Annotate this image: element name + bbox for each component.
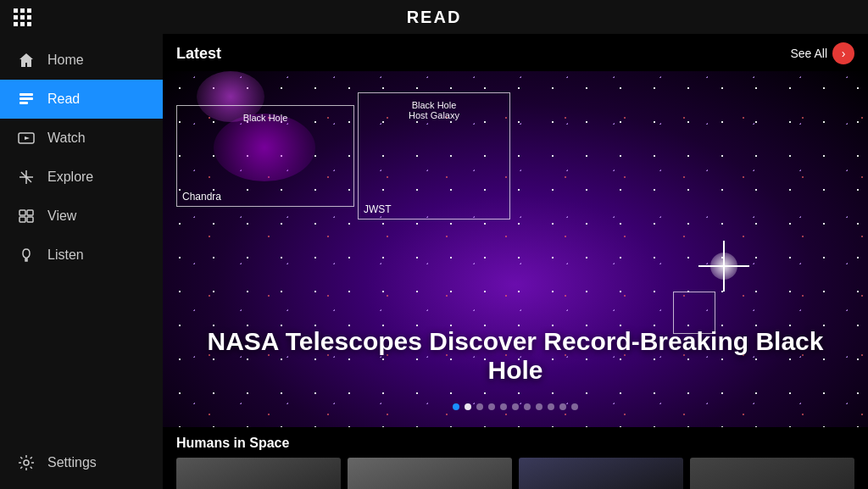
sidebar-label-watch: Watch [47,131,86,146]
svg-rect-12 [27,217,33,222]
sidebar-label-listen: Listen [47,247,84,263]
thumbnail-1[interactable] [176,458,341,489]
svg-rect-1 [19,97,33,100]
read-icon [17,90,36,108]
annotation-chandra: Black Hole Chandra [176,105,354,207]
thumbnail-4[interactable] [690,458,854,489]
latest-title: Latest [176,45,221,63]
sidebar-label-view: View [47,208,76,224]
dot-11[interactable] [571,403,578,410]
dot-6[interactable] [512,403,519,410]
svg-rect-11 [19,217,25,222]
bright-star [698,241,749,292]
sidebar-label-read: Read [47,92,80,107]
listen-icon [17,246,36,264]
dot-7[interactable] [524,403,531,410]
sidebar-item-watch[interactable]: Watch [0,119,163,158]
see-all-button[interactable]: See All › [790,42,854,64]
thumbnails-row [176,458,854,489]
dot-10[interactable] [559,403,566,410]
annotation-jwst-label: JWST [364,203,392,215]
svg-rect-9 [19,210,25,215]
svg-rect-0 [19,93,33,96]
dot-4[interactable] [488,403,495,410]
dot-8[interactable] [536,403,542,410]
see-all-label: See All [790,47,827,60]
sidebar-label-settings: Settings [47,455,97,470]
sidebar-item-explore[interactable]: Explore [0,158,163,197]
dot-5[interactable] [500,403,507,410]
svg-rect-2 [19,102,28,104]
sidebar-item-listen[interactable]: Listen [0,236,163,275]
svg-point-14 [24,460,29,465]
sidebar-item-settings[interactable]: Settings [0,443,163,482]
header: READ [0,0,868,34]
dots-container [163,403,868,410]
explore-icon [17,168,36,186]
annotation-chandra-label: Chandra [182,191,221,203]
dot-3[interactable] [476,403,483,410]
latest-section-header: Latest See All › [163,34,868,71]
main-layout: Home Read Watch [0,34,868,489]
thumbnail-3[interactable] [519,458,683,489]
annotation-jwst: Black Hole Host Galaxy JWST [358,92,510,219]
hero-container[interactable]: Black Hole Chandra Black Hole Host Galax… [163,71,868,427]
see-all-arrow-icon: › [832,42,854,64]
home-icon [17,51,36,69]
dot-2[interactable] [465,403,471,410]
thumbnail-2[interactable] [348,458,512,489]
watch-icon [17,129,36,147]
sidebar: Home Read Watch [0,34,163,489]
hero-title: NASA Telescopes Discover Record-Breaking… [163,327,868,385]
humans-section-title: Humans in Space [176,436,854,451]
svg-marker-4 [25,136,30,140]
content-area: Latest See All › Black Hole Chandra Blac… [163,34,868,489]
dot-9[interactable] [548,403,554,410]
sidebar-item-home[interactable]: Home [0,41,163,80]
view-icon [17,207,36,225]
sidebar-item-read[interactable]: Read [0,80,163,119]
page-title: READ [407,8,462,27]
sidebar-item-view[interactable]: View [0,197,163,236]
humans-in-space-section: Humans in Space [163,427,868,489]
annotation-chandra-sublabel: Black Hole [243,113,288,123]
menu-icon[interactable] [14,8,31,26]
dot-1[interactable] [453,403,459,410]
annotation-jwst-sublabel: Black Hole Host Galaxy [409,100,459,120]
settings-icon [17,453,36,472]
svg-rect-10 [27,210,33,215]
sidebar-label-explore: Explore [47,169,93,185]
sidebar-label-home: Home [47,53,84,68]
svg-point-8 [25,176,28,179]
